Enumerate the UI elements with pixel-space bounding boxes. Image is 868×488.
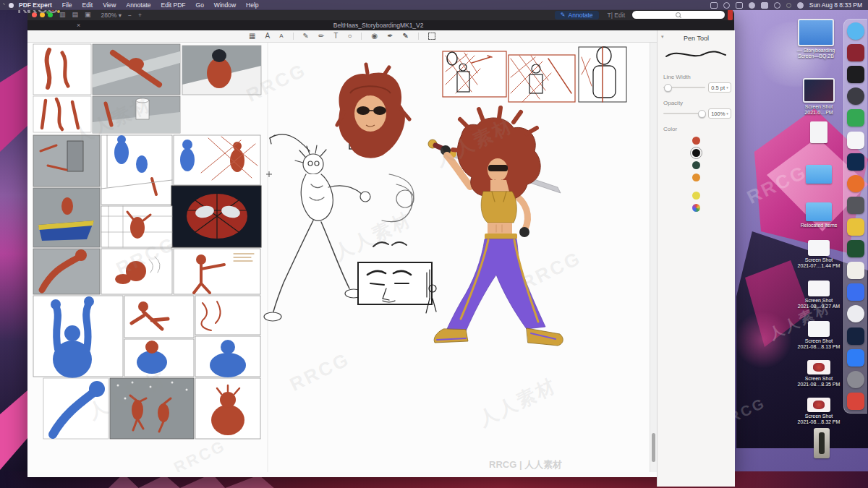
color-swatch-dark-green[interactable] xyxy=(692,161,700,169)
active-pen-tool-icon[interactable]: ✎ xyxy=(403,30,409,42)
opacity-value-dropdown[interactable]: 100%▾ xyxy=(708,108,731,119)
thumbnails-view-icon[interactable]: ▤ xyxy=(72,9,79,20)
scan-tool-icon[interactable]: ▦ xyxy=(249,30,255,42)
menu-edit-pdf[interactable]: Edit PDF xyxy=(161,1,186,9)
dock-icon-bluetooth-file[interactable] xyxy=(847,349,864,367)
dock-icon-app-dark[interactable] xyxy=(847,87,864,105)
dock-icon-textedit[interactable] xyxy=(847,262,864,279)
menu-file[interactable]: File xyxy=(62,1,72,9)
menu-view[interactable]: View xyxy=(103,1,116,9)
toolbar-divider xyxy=(361,33,362,40)
wifi-icon[interactable] xyxy=(774,2,780,9)
zoom-out-button[interactable]: − xyxy=(128,12,132,19)
desktop-icon-storyboarding[interactable]: — StoryboardingScreen—BQ.2B xyxy=(790,19,842,59)
text-highlight-tool-icon[interactable]: A xyxy=(265,30,270,42)
screen-mirroring-icon[interactable] xyxy=(736,2,743,9)
bookmark-icon[interactable] xyxy=(728,9,733,20)
desktop-icon-screenshot-2[interactable]: Screen Shot2021-08…9.27 AM xyxy=(793,281,845,309)
menu-app-name[interactable]: PDF Expert xyxy=(19,1,52,9)
desktop-icon-document[interactable] xyxy=(793,121,845,143)
wallpaper-sparkle xyxy=(734,311,792,369)
stroke-preview xyxy=(663,45,728,64)
crosshair-cursor xyxy=(266,171,272,177)
dock-icon-app-maroon[interactable] xyxy=(847,44,864,61)
desktop-icon-image[interactable]: Screen Shot2021-0…PM xyxy=(793,78,845,116)
battery-icon[interactable] xyxy=(761,2,768,9)
dock-icon-notes[interactable] xyxy=(847,218,864,236)
color-swatch-orange[interactable] xyxy=(692,174,700,181)
desktop-icon-folder[interactable] xyxy=(793,165,845,185)
search-input[interactable] xyxy=(632,11,725,19)
display-status-icon[interactable] xyxy=(710,2,718,9)
color-swatch-red[interactable] xyxy=(692,137,700,145)
desktop-icon-screenshot-5[interactable]: Screen Shot2021-08…8.32 PM xyxy=(793,398,845,425)
annotate-mode-button[interactable]: ✎ Annotate xyxy=(555,11,599,20)
text-style-tool-icon[interactable]: A xyxy=(279,30,283,42)
tab-close-icon[interactable]: × xyxy=(77,22,80,29)
menu-help[interactable]: Help xyxy=(246,1,258,9)
zoom-in-button[interactable]: + xyxy=(138,12,142,19)
window-title-bar: ▥ ▤ ▣ 280% ▾ − + ✎ Annotate T| Edit xyxy=(27,9,734,20)
selection-tool-icon[interactable] xyxy=(428,33,435,40)
line-width-slider[interactable] xyxy=(663,87,705,88)
menu-clock[interactable]: Sun Aug 8 8:33 PM xyxy=(809,1,862,9)
dock-icon-app-blue[interactable] xyxy=(847,283,864,301)
menu-go[interactable]: Go xyxy=(196,1,204,9)
dock-icon-firefox[interactable] xyxy=(847,175,864,192)
menu-status-area: Sun Aug 8 8:33 PM xyxy=(710,1,868,9)
apple-icon[interactable] xyxy=(9,3,14,8)
color-label: Color xyxy=(663,126,735,132)
do-not-disturb-icon[interactable] xyxy=(749,2,755,9)
panel-collapse-icon[interactable]: ▾ xyxy=(661,34,664,40)
dock-icon-safari[interactable] xyxy=(847,22,864,40)
dock-icon-app-black[interactable] xyxy=(847,66,864,83)
menu-annotate[interactable]: Annotate xyxy=(126,1,150,9)
dock-icon-photoshop[interactable] xyxy=(847,153,864,171)
color-swatch-multicolor[interactable] xyxy=(692,204,700,212)
tab-bar: × BeltHaas_StoryboardingMK1_V2 xyxy=(27,20,734,30)
opacity-slider[interactable] xyxy=(663,113,705,114)
dock-icon-music[interactable] xyxy=(847,393,864,410)
dock-icon-app-dark-green[interactable] xyxy=(847,240,864,257)
document-canvas[interactable]: 人人素材 RRCG 人人素材 RRCG 人人素材 RRCG 人人素材 RRCG … xyxy=(27,43,650,472)
shape-tool-icon[interactable]: ○ xyxy=(347,30,352,42)
control-center-icon[interactable] xyxy=(797,2,804,9)
stamp-tool-icon[interactable]: ◉ xyxy=(371,30,378,42)
dock-icon-app-gray-circle[interactable] xyxy=(847,371,864,388)
line-width-slider-thumb[interactable] xyxy=(664,84,672,92)
edit-mode-button[interactable]: T| Edit xyxy=(608,12,625,19)
colored-head-sketch xyxy=(337,64,409,158)
reading-mode-icon[interactable]: ▣ xyxy=(85,9,91,20)
file-thumbnail xyxy=(808,240,830,256)
color-swatch-black-selected[interactable] xyxy=(692,149,700,157)
sidebar-toggle-icon[interactable]: ▥ xyxy=(59,9,66,20)
color-swatch-yellow[interactable] xyxy=(692,192,700,200)
dock-icon-app-green[interactable] xyxy=(847,109,864,127)
dock-icon-app-gray[interactable] xyxy=(847,197,864,214)
dock-icon-app-white-circle[interactable] xyxy=(847,305,864,322)
storyboard-grid xyxy=(33,44,261,439)
desktop-icon-relocated-items[interactable]: Relocated Items xyxy=(793,202,845,228)
menu-edit[interactable]: Edit xyxy=(82,1,93,9)
desktop-icon-screenshot-4[interactable]: Screen Shot2021-08…8.35 PM xyxy=(793,360,845,388)
record-status-icon[interactable] xyxy=(723,2,730,9)
dock-icon-app-navy[interactable] xyxy=(847,328,864,345)
highlighter-tool-icon[interactable]: ✏ xyxy=(318,30,324,42)
opacity-slider-thumb[interactable] xyxy=(698,110,706,118)
desktop-icon-screenshot-1[interactable]: Screen Shot2021-07…1.44 PM xyxy=(793,240,845,269)
menu-window[interactable]: Window xyxy=(214,1,236,9)
vertical-scrollbar[interactable] xyxy=(650,43,657,472)
vertical-scrollbar-thumb[interactable] xyxy=(652,433,655,462)
spotlight-search-icon[interactable] xyxy=(786,3,791,8)
file-thumbnail xyxy=(808,321,830,337)
dock-icon-app-white[interactable] xyxy=(847,132,864,149)
tab-title[interactable]: BeltHaas_StoryboardingMK1_V2 xyxy=(333,22,424,29)
desktop-icon-screenshot-3[interactable]: Screen Shot2021-08…8.13 PM xyxy=(793,321,845,350)
desktop-icon-figure-image[interactable] xyxy=(796,428,848,458)
signature-tool-icon[interactable]: ✒ xyxy=(387,30,393,42)
pen-tool-icon[interactable]: ✎ xyxy=(303,30,309,42)
line-width-value-dropdown[interactable]: 0.5 pt▾ xyxy=(708,82,731,93)
pen-tool-panel: ▾ Pen Tool Line Width 0.5 pt▾ Opacity 10… xyxy=(657,30,735,487)
text-box-tool-icon[interactable]: T xyxy=(333,30,338,42)
zoom-level-dropdown[interactable]: 280% ▾ xyxy=(101,12,122,19)
